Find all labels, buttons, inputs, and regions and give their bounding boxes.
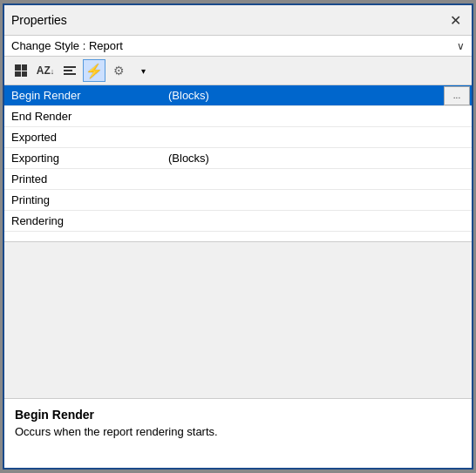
property-row[interactable]: Exporting(Blocks)	[4, 148, 472, 169]
toolbar: AZ↓ ⚡ ⚙ ▾	[4, 57, 472, 85]
style-label: Change Style : Report	[11, 39, 123, 52]
property-value: (Blocks)	[161, 152, 472, 165]
properties-dialog: Properties ✕ Change Style : Report ∨ AZ↓…	[3, 3, 473, 470]
property-row[interactable]: End Render	[4, 106, 472, 127]
sort-az-icon: AZ↓	[37, 64, 55, 77]
property-name: Rendering	[4, 214, 161, 227]
property-row[interactable]: Rendering	[4, 211, 472, 232]
lines-toolbar-button[interactable]	[58, 59, 81, 82]
chevron-down-icon: ▾	[141, 66, 146, 76]
property-name: Begin Render	[4, 89, 161, 102]
sort-toolbar-button[interactable]: AZ↓	[34, 59, 57, 82]
close-button[interactable]: ✕	[445, 10, 465, 30]
property-name: Printed	[4, 172, 161, 186]
property-row[interactable]: Printed	[4, 169, 472, 190]
description-text: Occurs when the report rendering starts.	[15, 425, 461, 438]
property-edit-button[interactable]: ...	[444, 86, 470, 105]
property-row[interactable]: Printing	[4, 190, 472, 211]
properties-table: Begin Render(Blocks)...End RenderExporte…	[4, 85, 472, 242]
property-row[interactable]: Exported	[4, 127, 472, 148]
property-name: Printing	[4, 193, 161, 206]
title-bar: Properties ✕	[4, 5, 472, 36]
dialog-title: Properties	[11, 13, 67, 27]
description-area: Begin Render Occurs when the report rend…	[4, 398, 472, 468]
lightning-toolbar-button[interactable]: ⚡	[83, 59, 105, 82]
empty-area	[4, 242, 472, 398]
grid-toolbar-button[interactable]	[10, 59, 32, 82]
style-dropdown-arrow[interactable]: ∨	[457, 40, 465, 52]
gear-toolbar-button[interactable]: ⚙	[107, 59, 130, 82]
lightning-icon: ⚡	[85, 63, 103, 79]
property-name: Exported	[4, 131, 161, 144]
grid-icon	[15, 64, 27, 77]
property-name: Exporting	[4, 152, 161, 165]
description-title: Begin Render	[15, 408, 461, 422]
style-bar[interactable]: Change Style : Report ∨	[4, 36, 472, 57]
property-name: End Render	[4, 110, 161, 123]
property-value: (Blocks)	[161, 89, 444, 102]
gear-icon: ⚙	[113, 64, 125, 78]
lines-icon	[64, 66, 76, 75]
toolbar-dropdown-button[interactable]: ▾	[132, 59, 154, 82]
property-row[interactable]: Begin Render(Blocks)...	[4, 85, 472, 106]
